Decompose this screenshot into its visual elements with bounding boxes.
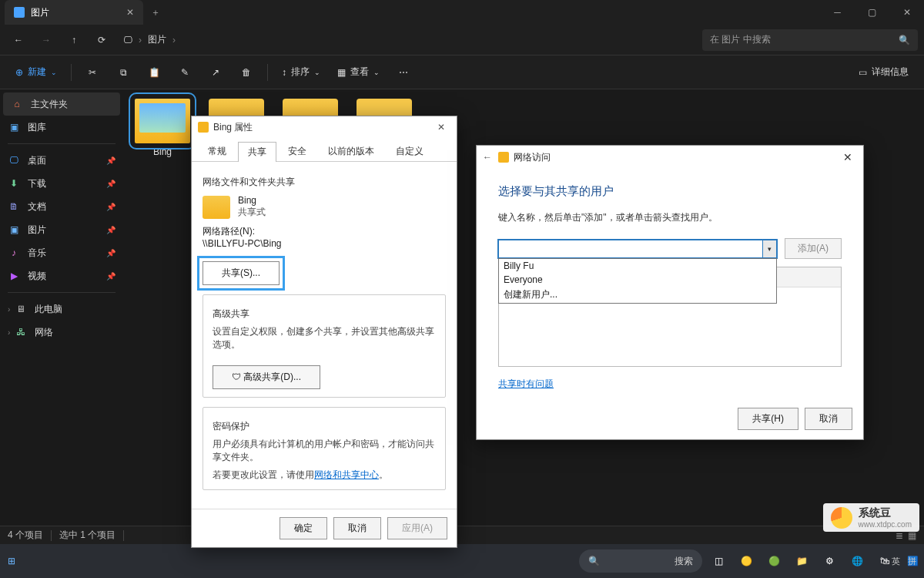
more-button[interactable]: ⋯ xyxy=(390,61,417,84)
copy-button[interactable]: ⧉ xyxy=(110,61,136,84)
view-label: 查看 xyxy=(350,66,369,79)
edge-icon[interactable]: 🌐 xyxy=(845,549,869,573)
breadcrumb-pictures[interactable]: 图片 xyxy=(148,33,166,46)
details-icon: ▭ xyxy=(859,67,867,78)
sidebar-item-downloads[interactable]: ⬇ 下载 📌 xyxy=(0,172,123,195)
trouble-sharing-link[interactable]: 共享时有问题 xyxy=(498,378,554,389)
share-button[interactable]: 共享(H) xyxy=(738,408,798,430)
breadcrumb[interactable]: 🖵 › 图片 › xyxy=(123,33,176,46)
sidebar-divider xyxy=(8,143,116,144)
sidebar-item-gallery[interactable]: ▣ 图库 xyxy=(0,116,123,139)
window-titlebar: 图片 ✕ ＋ ─ ▢ ✕ xyxy=(0,0,924,25)
sort-button[interactable]: ↕ 排序 ⌄ xyxy=(276,61,326,84)
search-box[interactable]: 在 图片 中搜索 🔍 xyxy=(702,29,918,51)
dropdown-arrow-icon[interactable]: ▾ xyxy=(762,240,776,257)
pc-icon: 🖥 xyxy=(15,303,27,315)
view-button[interactable]: ▦ 查看 ⌄ xyxy=(331,61,386,84)
back-button[interactable]: ← xyxy=(483,152,492,163)
close-dialog-button[interactable]: ✕ xyxy=(432,122,450,133)
delete-button[interactable]: 🗑 xyxy=(233,61,259,84)
close-window-button[interactable]: ✕ xyxy=(889,0,924,25)
toolbar-separator xyxy=(71,64,72,81)
dropdown-option[interactable]: Billy Fu xyxy=(499,259,776,273)
sidebar-item-network[interactable]: › 🖧 网络 xyxy=(0,321,123,344)
user-combobox[interactable]: ▾ Billy Fu Everyone 创建新用户... xyxy=(498,240,777,258)
network-icon: 🖧 xyxy=(15,326,27,338)
download-icon: ⬇ xyxy=(8,177,20,190)
refresh-button[interactable]: ⟳ xyxy=(89,28,114,52)
search-placeholder: 在 图片 中搜索 xyxy=(710,33,771,46)
tab-customize[interactable]: 自定义 xyxy=(386,141,434,161)
rename-button[interactable]: ✎ xyxy=(172,61,198,84)
dialog-body: 网络文件和文件夹共享 Bing 共享式 网络路径(N): \\BILLYFU-P… xyxy=(192,162,457,509)
dialog-titlebar[interactable]: Bing 属性 ✕ xyxy=(192,116,457,138)
cancel-button[interactable]: 取消 xyxy=(805,408,852,430)
system-tray[interactable]: ˄ 英 拼 xyxy=(879,544,916,578)
sidebar-item-videos[interactable]: ▶ 视频 📌 xyxy=(0,264,123,287)
apply-button[interactable]: 应用(A) xyxy=(387,517,447,539)
wizard-body: 选择要与其共享的用户 键入名称，然后单击"添加"，或者单击箭头查找用户。 ▾ B… xyxy=(477,169,863,398)
settings-icon[interactable]: ⚙ xyxy=(818,549,841,573)
minimize-button[interactable]: ─ xyxy=(820,0,855,25)
dropdown-option[interactable]: 创建新用户... xyxy=(499,287,776,303)
separator xyxy=(51,530,52,541)
up-button[interactable]: ↑ xyxy=(62,28,86,52)
sort-icon: ↕ xyxy=(282,67,286,78)
chevron-up-icon[interactable]: ˄ xyxy=(879,556,884,566)
user-input[interactable] xyxy=(498,240,777,258)
tab-sharing[interactable]: 共享 xyxy=(238,142,276,162)
dropdown-option[interactable]: Everyone xyxy=(499,273,776,287)
taskbar-app-icon[interactable]: 🟢 xyxy=(762,549,785,573)
section-title-sharing: 网络文件和文件夹共享 xyxy=(203,176,446,189)
sidebar-item-pictures[interactable]: ▣ 图片 📌 xyxy=(0,218,123,241)
network-access-wizard: ← 网络访问 ✕ 选择要与其共享的用户 键入名称，然后单击"添加"，或者单击箭头… xyxy=(476,145,864,440)
tab-general[interactable]: 常规 xyxy=(198,141,236,161)
ok-button[interactable]: 确定 xyxy=(280,517,327,539)
folder-icon xyxy=(135,99,190,143)
add-user-button[interactable]: 添加(A) xyxy=(785,238,842,259)
advanced-sharing-button[interactable]: 🛡 高级共享(D)... xyxy=(213,365,320,389)
start-button[interactable]: ⊞ xyxy=(0,549,23,573)
sidebar-item-documents[interactable]: 🗎 文档 📌 xyxy=(0,195,123,218)
properties-tabs: 常规 共享 安全 以前的版本 自定义 xyxy=(192,138,457,162)
close-tab-icon[interactable]: ✕ xyxy=(126,7,134,18)
sidebar-item-home[interactable]: ⌂ 主文件夹 xyxy=(3,92,120,116)
folder-bing[interactable]: Bing xyxy=(132,99,192,157)
sidebar-label: 下载 xyxy=(28,177,46,190)
close-wizard-button[interactable]: ✕ xyxy=(839,151,857,163)
share-button[interactable]: 共享(S)... xyxy=(203,261,280,285)
wizard-titlebar[interactable]: ← 网络访问 ✕ xyxy=(477,146,863,169)
taskbar-search[interactable]: 🔍 搜索 xyxy=(579,549,702,573)
ime-mode[interactable]: 拼 xyxy=(908,556,916,567)
details-pane-button[interactable]: ▭ 详细信息 xyxy=(852,61,915,84)
folder-icon xyxy=(203,196,230,219)
paste-button[interactable]: 📋 xyxy=(141,61,167,84)
network-sharing-center-link[interactable]: 网络和共享中心 xyxy=(314,469,379,480)
new-button[interactable]: ⊕ 新建 ⌄ xyxy=(9,61,63,84)
ime-indicator[interactable]: 英 xyxy=(892,556,900,567)
properties-dialog: Bing 属性 ✕ 常规 共享 安全 以前的版本 自定义 网络文件和文件夹共享 … xyxy=(191,116,457,548)
share-button[interactable]: ↗ xyxy=(203,61,229,84)
tab-previous-versions[interactable]: 以前的版本 xyxy=(318,141,384,161)
home-icon: ⌂ xyxy=(11,98,23,110)
tab-security[interactable]: 安全 xyxy=(278,141,316,161)
details-label: 详细信息 xyxy=(872,66,909,79)
network-icon xyxy=(498,152,509,163)
maximize-button[interactable]: ▢ xyxy=(855,0,889,25)
shield-icon: 🛡 xyxy=(232,371,241,382)
task-view-button[interactable]: ◫ xyxy=(707,549,730,573)
file-explorer-icon[interactable]: 📁 xyxy=(790,549,813,573)
item-count: 4 个项目 xyxy=(8,529,43,542)
sidebar-item-desktop[interactable]: 🖵 桌面 📌 xyxy=(0,149,123,172)
taskbar-app-icon[interactable]: 🟡 xyxy=(735,549,758,573)
sidebar-item-music[interactable]: ♪ 音乐 📌 xyxy=(0,241,123,264)
cancel-button[interactable]: 取消 xyxy=(333,517,381,539)
tab-pictures[interactable]: 图片 ✕ xyxy=(5,0,143,25)
forward-button[interactable]: → xyxy=(34,28,59,52)
command-bar: ⊕ 新建 ⌄ ✂ ⧉ 📋 ✎ ↗ 🗑 ↕ 排序 ⌄ ▦ 查看 ⌄ ⋯ ▭ 详细信… xyxy=(0,55,924,89)
back-button[interactable]: ← xyxy=(6,28,31,52)
sidebar-item-thispc[interactable]: › 🖥 此电脑 xyxy=(0,297,123,321)
new-tab-button[interactable]: ＋ xyxy=(143,6,168,19)
cut-button[interactable]: ✂ xyxy=(79,61,105,84)
sidebar-label: 主文件夹 xyxy=(31,98,68,111)
